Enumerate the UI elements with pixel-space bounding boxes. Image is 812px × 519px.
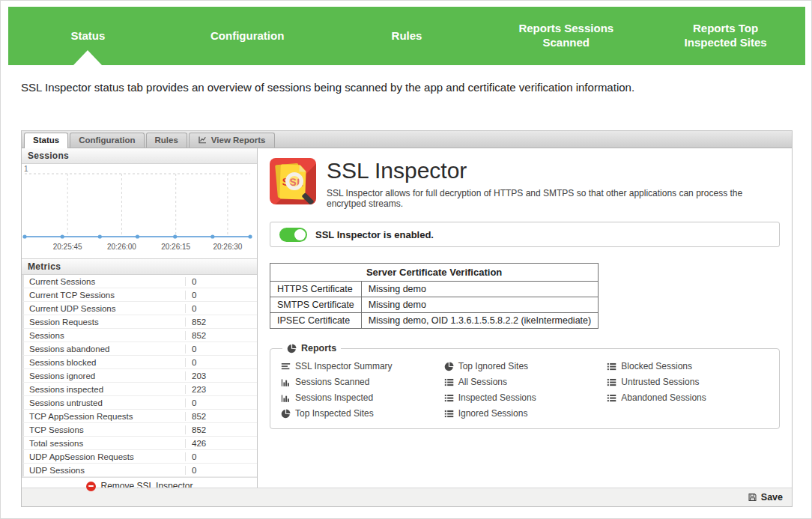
- report-link-label: Blocked Sessions: [621, 361, 692, 371]
- report-link-label: SSL Inspector Summary: [295, 361, 393, 371]
- metric-row-sessions-abandoned: Sessions abandoned0: [22, 342, 257, 356]
- panel-tab-rules[interactable]: Rules: [146, 133, 187, 148]
- nav-tab-rules[interactable]: Rules: [327, 7, 487, 65]
- metric-row-session-requests: Session Requests852: [22, 315, 257, 329]
- list-icon: [444, 377, 454, 387]
- panel-tab-configuration[interactable]: Configuration: [70, 133, 144, 148]
- save-button[interactable]: Save: [748, 492, 783, 503]
- power-status-box: SSL Inspector is enabled.: [270, 222, 780, 247]
- report-link-top-inspected-sites[interactable]: Top Inspected Sites: [281, 408, 444, 419]
- report-link-all-sessions[interactable]: All Sessions: [444, 377, 608, 387]
- app-branding: SSL SSL Inspector SSL Inspector allows f…: [270, 158, 780, 209]
- report-links: SSL Inspector SummarySessions ScannedSes…: [281, 361, 770, 419]
- metric-value: 0: [185, 398, 257, 407]
- metric-label: Current Sessions: [24, 277, 185, 286]
- report-column-2: Top Ignored SitesAll SessionsInspected S…: [444, 361, 608, 419]
- cert-table-title: Server Certificate Verification: [270, 264, 599, 282]
- report-link-label: Top Ignored Sites: [458, 361, 528, 371]
- cert-row-value: Missing demo, OID 1.3.6.1.5.5.8.2.2 (ike…: [361, 313, 598, 329]
- metric-row-sessions-blocked: Sessions blocked0: [22, 356, 257, 369]
- metric-value: 0: [185, 277, 257, 286]
- panel-tab-label: Configuration: [79, 136, 135, 145]
- top-navigation-bar: StatusConfigurationRulesReports Sessions…: [8, 7, 805, 65]
- sessions-chart: 120:25:4520:26:0020:26:1520:26:30: [22, 164, 257, 258]
- nav-tab-label: Status: [70, 29, 105, 43]
- nav-tab-reports-sessions-scanned[interactable]: Reports Sessions Scanned: [486, 7, 646, 65]
- list-icon: [607, 362, 616, 371]
- report-link-abandoned-sessions[interactable]: Abandoned Sessions: [607, 392, 770, 403]
- metric-row-current-sessions: Current Sessions0: [22, 275, 257, 288]
- save-button-label: Save: [761, 492, 783, 503]
- metric-label: Current UDP Sessions: [24, 304, 185, 313]
- report-link-sessions-inspected[interactable]: Sessions Inspected: [281, 392, 444, 403]
- metric-value: 426: [185, 439, 257, 448]
- svg-text:20:26:15: 20:26:15: [161, 243, 190, 251]
- metric-value: 852: [185, 412, 257, 421]
- report-link-inspected-sessions[interactable]: Inspected Sessions: [444, 392, 608, 403]
- report-link-label: All Sessions: [458, 377, 507, 387]
- report-link-label: Abandoned Sessions: [621, 392, 706, 403]
- metric-value: 0: [185, 345, 257, 353]
- cert-verification-table: Server Certificate Verification HTTPS Ce…: [270, 263, 599, 329]
- pie-chart-icon: [287, 344, 297, 353]
- panel-tab-status[interactable]: Status: [24, 133, 68, 148]
- svg-text:20:26:30: 20:26:30: [213, 243, 242, 251]
- metric-label: Sessions blocked: [24, 358, 185, 367]
- metric-label: Current TCP Sessions: [24, 291, 185, 300]
- metric-value: 852: [185, 318, 257, 327]
- panel-tab-label: View Reports: [211, 136, 266, 145]
- metric-row-current-udp-sessions: Current UDP Sessions0: [22, 302, 257, 315]
- metrics-table: Current Sessions0Current TCP Sessions0Cu…: [22, 275, 257, 477]
- metric-label: Sessions abandoned: [24, 345, 185, 353]
- report-link-sessions-scanned[interactable]: Sessions Scanned: [281, 377, 444, 387]
- save-floppy-icon: [748, 492, 757, 503]
- metric-label: Sessions inspected: [24, 385, 185, 394]
- cert-row-ipsec-certificate: IPSEC CertificateMissing demo, OID 1.3.6…: [270, 313, 599, 329]
- cert-row-label: HTTPS Certificate: [270, 282, 362, 297]
- reports-legend: Reports: [282, 343, 341, 353]
- remove-icon: [86, 482, 96, 491]
- nav-tab-configuration[interactable]: Configuration: [168, 7, 327, 65]
- panel-content: Sessions 120:25:4520:26:0020:26:1520:26:…: [22, 148, 792, 488]
- app-title: SSL Inspector: [327, 158, 780, 183]
- metric-row-total-sessions: Total sessions426: [22, 437, 257, 450]
- nav-tab-label: Reports Sessions Scanned: [510, 22, 622, 50]
- report-link-ssl-inspector-summary[interactable]: SSL Inspector Summary: [281, 361, 444, 371]
- metric-label: Total sessions: [24, 439, 185, 448]
- nav-tab-label: Reports Top Inspected Sites: [670, 22, 782, 50]
- cert-row-https-certificate: HTTPS CertificateMissing demo: [270, 282, 599, 297]
- ssl-inspector-page: StatusConfigurationRulesReports Sessions…: [0, 0, 812, 519]
- nav-tab-status[interactable]: Status: [8, 7, 168, 65]
- svg-text:1: 1: [24, 165, 28, 173]
- bar-chart-icon: [281, 393, 291, 403]
- metric-row-tcp-sessions: TCP Sessions852: [22, 423, 257, 437]
- metric-row-udp-sessions: UDP Sessions0: [22, 464, 257, 477]
- report-link-blocked-sessions[interactable]: Blocked Sessions: [607, 361, 770, 371]
- chart-line-icon: [198, 136, 207, 145]
- cert-row-label: IPSEC Certificate: [270, 313, 362, 329]
- cert-row-value: Missing demo: [361, 282, 598, 297]
- metric-row-sessions: Sessions852: [22, 329, 257, 342]
- metric-row-sessions-inspected: Sessions inspected223: [22, 383, 257, 396]
- panel-tab-strip: StatusConfigurationRulesView Reports: [22, 131, 792, 148]
- cert-row-smtps-certificate: SMTPS CertificateMissing demo: [270, 297, 599, 313]
- report-link-label: Top Inspected Sites: [295, 408, 374, 419]
- metric-row-sessions-ignored: Sessions ignored203: [22, 369, 257, 383]
- power-toggle[interactable]: [279, 228, 307, 242]
- panel-footer: Save: [22, 488, 792, 506]
- report-link-top-ignored-sites[interactable]: Top Ignored Sites: [444, 361, 608, 371]
- reports-legend-label: Reports: [301, 343, 336, 353]
- metric-row-current-tcp-sessions: Current TCP Sessions0: [22, 288, 257, 302]
- metric-label: Sessions: [24, 331, 185, 340]
- report-link-untrusted-sessions[interactable]: Untrusted Sessions: [607, 377, 770, 387]
- nav-tab-reports-top-inspected-sites[interactable]: Reports Top Inspected Sites: [646, 7, 805, 65]
- report-link-label: Inspected Sessions: [458, 392, 536, 403]
- report-link-ignored-sessions[interactable]: Ignored Sessions: [444, 408, 608, 419]
- panel-tab-label: Status: [33, 136, 59, 145]
- panel-tab-view-reports[interactable]: View Reports: [189, 133, 275, 148]
- metric-value: 223: [185, 385, 257, 394]
- active-tab-arrow: [73, 50, 102, 65]
- metric-value: 0: [185, 291, 257, 300]
- metric-row-sessions-untrusted: Sessions untrusted0: [22, 396, 257, 410]
- report-link-label: Untrusted Sessions: [621, 377, 699, 387]
